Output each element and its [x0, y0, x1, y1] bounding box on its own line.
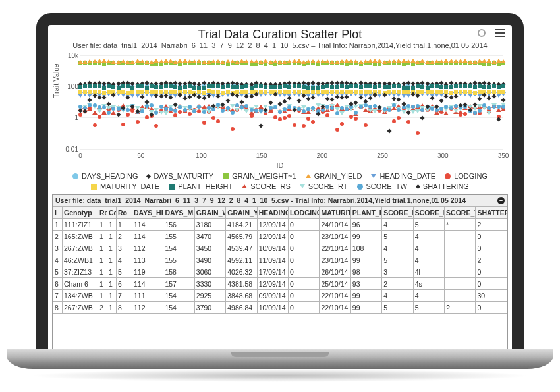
table-cell[interactable]: 22/10/14 — [320, 302, 350, 314]
table-cell[interactable]: 10/09/14 — [257, 242, 288, 254]
table-cell[interactable]: 1 — [107, 278, 117, 290]
legend-item[interactable]: GRAIN_YIELD — [306, 172, 362, 180]
table-cell[interactable]: 1 — [98, 219, 107, 231]
table-cell[interactable]: 3330 — [194, 278, 225, 290]
table-cell[interactable]: 7 — [53, 290, 63, 302]
column-header[interactable]: HEADING_ — [257, 207, 288, 219]
table-cell[interactable]: 99 — [350, 254, 381, 266]
table-cell[interactable]: 155 — [163, 254, 194, 266]
legend-item[interactable]: HEADING_DATE — [371, 172, 435, 180]
table-cell[interactable]: 1 — [98, 278, 107, 290]
table-cell[interactable]: 96 — [350, 219, 381, 231]
table-cell[interactable]: 30 — [476, 290, 507, 302]
table-cell[interactable]: 2 — [476, 254, 507, 266]
table-cell[interactable]: 0 — [289, 254, 320, 266]
table-cell[interactable]: 114 — [132, 219, 163, 231]
table-cell[interactable]: 4 — [382, 242, 413, 254]
table-cell[interactable]: 3180 — [194, 219, 225, 231]
table-cell[interactable]: 7 — [117, 290, 132, 302]
table-cell[interactable]: 108 — [350, 242, 381, 254]
table-cell[interactable]: 12/09/14 — [257, 278, 288, 290]
table-cell[interactable]: 23/10/14 — [320, 254, 350, 266]
table-cell[interactable]: 1 — [107, 266, 117, 278]
table-cell[interactable]: 4 — [382, 219, 413, 231]
table-cell[interactable] — [445, 231, 476, 242]
table-cell[interactable]: 3 — [382, 266, 413, 278]
table-cell[interactable]: 1 — [53, 219, 63, 231]
table-cell[interactable]: 24/10/14 — [320, 219, 350, 231]
table-cell[interactable]: 4184.21 — [226, 219, 257, 231]
table-cell[interactable]: 99 — [350, 231, 381, 242]
column-header[interactable]: Ro — [117, 207, 132, 219]
table-cell[interactable] — [445, 254, 476, 266]
table-row[interactable]: 7134:ZWB11711115429253848.6809/09/14022/… — [53, 290, 507, 302]
table-cell[interactable]: 22/10/14 — [320, 290, 350, 302]
legend-item[interactable]: SHATTERING — [416, 182, 469, 190]
table-cell[interactable]: 5 — [117, 266, 132, 278]
table-cell[interactable]: 2 — [382, 278, 413, 290]
table-cell[interactable]: 1 — [98, 231, 107, 242]
table-cell[interactable]: 8 — [117, 302, 132, 314]
table-cell[interactable]: 157 — [163, 278, 194, 290]
legend-item[interactable]: LODGING — [445, 172, 488, 180]
table-cell[interactable]: 111 — [132, 290, 163, 302]
table-cell[interactable]: 1 — [107, 302, 117, 314]
table-cell[interactable]: 4 — [413, 231, 444, 242]
table-cell[interactable]: 5 — [413, 302, 444, 314]
column-header[interactable]: DAYS_HEA — [132, 207, 163, 219]
table-cell[interactable]: 0 — [476, 278, 507, 290]
table-cell[interactable]: 4539.47 — [226, 242, 257, 254]
table-cell[interactable] — [445, 266, 476, 278]
table-row[interactable]: 3267:ZWB11311215434504539.4710/09/14022/… — [53, 242, 507, 254]
table-cell[interactable]: 111:ZIZ1 — [63, 219, 98, 231]
table-cell[interactable]: 1 — [107, 219, 117, 231]
table-cell[interactable]: 4 — [413, 254, 444, 266]
table-cell[interactable]: 1 — [107, 254, 117, 266]
table-cell[interactable]: 2 — [98, 302, 107, 314]
table-cell[interactable]: 5 — [382, 302, 413, 314]
table-cell[interactable]: 165:ZWB — [63, 231, 98, 242]
table-cell[interactable]: 3 — [53, 242, 63, 254]
table-cell[interactable]: 4565.79 — [226, 231, 257, 242]
table-cell[interactable]: 12/09/14 — [257, 219, 288, 231]
table-cell[interactable]: 4986.84 — [226, 302, 257, 314]
table-row[interactable]: 2165:ZWB11211415534704565.7912/09/14023/… — [53, 231, 507, 242]
table-row[interactable]: 1111:ZIZ111111415631804184.2112/09/14024… — [53, 219, 507, 231]
table-cell[interactable]: 1 — [98, 254, 107, 266]
table-cell[interactable]: 0 — [476, 266, 507, 278]
column-header[interactable]: Genotyp — [63, 207, 98, 219]
table-cell[interactable]: 154 — [163, 242, 194, 254]
table-cell[interactable] — [445, 242, 476, 254]
table-cell[interactable]: 134:ZWB — [63, 290, 98, 302]
table-cell[interactable]: 1 — [117, 219, 132, 231]
table-cell[interactable]: 3 — [117, 242, 132, 254]
column-header[interactable]: MATURITY — [320, 207, 350, 219]
table-cell[interactable]: 6 — [117, 278, 132, 290]
table-row[interactable]: 6Cham 611611415733304381.5812/09/14025/1… — [53, 278, 507, 290]
close-icon[interactable]: – — [497, 197, 505, 204]
column-header[interactable]: Replic — [98, 207, 107, 219]
table-row[interactable]: 537:ZIZ1311511915830604026.3217/09/14026… — [53, 266, 507, 278]
column-header[interactable]: SHATTERI — [476, 207, 507, 219]
table-cell[interactable]: 22/10/14 — [320, 242, 350, 254]
table-cell[interactable]: 0 — [289, 231, 320, 242]
table-row[interactable]: 8267:ZWB21811215437904986.8410/09/14022/… — [53, 302, 507, 314]
table-cell[interactable]: 3790 — [194, 302, 225, 314]
table-cell[interactable]: 4 — [413, 290, 444, 302]
table-cell[interactable]: 10/09/14 — [257, 302, 288, 314]
table-cell[interactable]: 154 — [163, 290, 194, 302]
table-cell[interactable]: 267:ZWB — [63, 302, 98, 314]
legend-item[interactable]: DAYS_HEADING — [72, 172, 138, 180]
table-cell[interactable]: 3490 — [194, 254, 225, 266]
table-cell[interactable]: 5 — [382, 231, 413, 242]
table-cell[interactable]: ? — [445, 302, 476, 314]
column-header[interactable]: Co — [107, 207, 117, 219]
table-cell[interactable]: 4l — [413, 266, 444, 278]
table-cell[interactable]: 4026.32 — [226, 266, 257, 278]
table-cell[interactable]: 4 — [53, 254, 63, 266]
table-cell[interactable]: 0 — [476, 242, 507, 254]
table-cell[interactable]: 09/09/14 — [257, 290, 288, 302]
table-cell[interactable] — [445, 278, 476, 290]
table-cell[interactable]: 98 — [350, 266, 381, 278]
column-header[interactable]: DAYS_MA — [163, 207, 194, 219]
